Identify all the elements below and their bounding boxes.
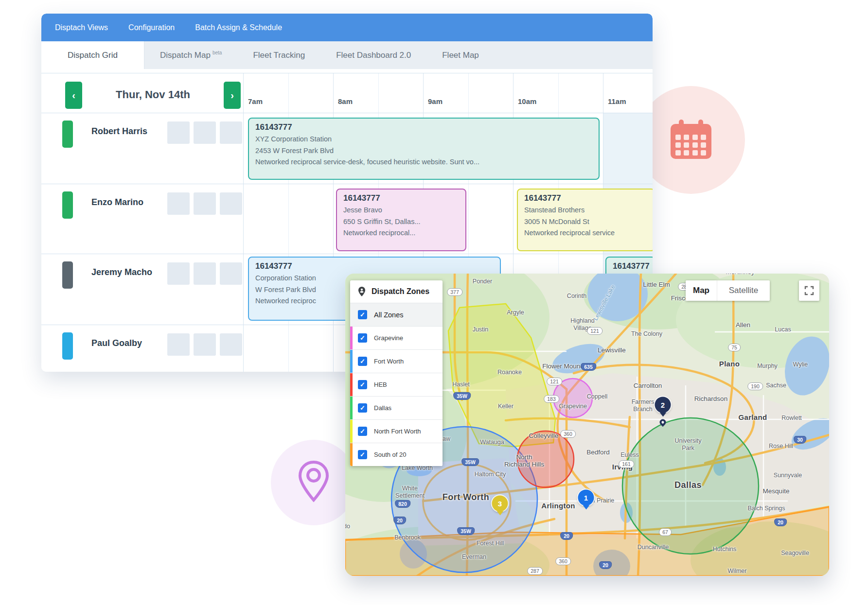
status-bar bbox=[62, 261, 73, 289]
prev-day-button[interactable]: ‹ bbox=[65, 82, 82, 109]
zone-checkbox[interactable] bbox=[358, 427, 367, 436]
menu-item-batch-assign-schedule[interactable]: Batch Assign & Schedule bbox=[195, 23, 282, 32]
route-shield-75: 75 bbox=[728, 344, 741, 351]
zone-label: South of 20 bbox=[374, 451, 407, 458]
zone-row-heb[interactable]: HEB bbox=[350, 373, 443, 396]
route-shield-20: 20 bbox=[560, 532, 573, 540]
zone-checkbox[interactable] bbox=[358, 403, 367, 413]
event-line: 2453 W Forest Park Blvd bbox=[255, 145, 592, 157]
zone-row-south-of-20[interactable]: South of 20 bbox=[350, 443, 443, 466]
next-day-button[interactable]: › bbox=[224, 82, 241, 109]
tab-fleet-map[interactable]: Fleet Map bbox=[426, 41, 495, 69]
menu-item-configuration[interactable]: Configuration bbox=[128, 23, 175, 32]
placeholder-box bbox=[167, 262, 190, 285]
map-marker-3[interactable]: 3 bbox=[492, 496, 508, 516]
person-pin-icon bbox=[357, 286, 367, 297]
zone-checkbox[interactable] bbox=[358, 380, 367, 389]
zone-label: Dallas bbox=[374, 404, 391, 412]
zone-checkbox[interactable] bbox=[358, 450, 367, 459]
event-line: 650 S Griffin St, Dallas... bbox=[343, 216, 459, 228]
date-label: Thur, Nov 14th bbox=[82, 88, 224, 101]
status-bar bbox=[62, 332, 73, 360]
tab-label: Fleet Map bbox=[442, 51, 479, 60]
placeholder-box bbox=[220, 333, 242, 356]
placeholder-box bbox=[220, 121, 242, 144]
driver-name: Paul Goalby bbox=[91, 338, 142, 348]
decor-purple-circle bbox=[271, 440, 356, 525]
dispatch-zones-panel: Dispatch Zones All ZonesGrapevineFort Wo… bbox=[350, 280, 443, 466]
event-id: 16143777 bbox=[524, 193, 648, 203]
zone-color-bar bbox=[350, 443, 353, 466]
route-shield-161: 161 bbox=[619, 460, 634, 468]
zone-label: HEB bbox=[374, 381, 387, 388]
tab-dispatch-grid[interactable]: Dispatch Grid bbox=[41, 41, 144, 69]
map-marker-1[interactable]: 1 bbox=[578, 490, 594, 510]
location-pin-icon bbox=[297, 459, 330, 504]
tab-label: Fleet Dashboard 2.0 bbox=[336, 51, 411, 60]
event-line: XYZ Corporation Station bbox=[255, 134, 592, 145]
zone-row-fort-worth[interactable]: Fort Worth bbox=[350, 349, 443, 373]
event-line: Networked reciprocal service-desk, focus… bbox=[255, 156, 592, 168]
route-shield-35w: 35W bbox=[461, 458, 479, 466]
event-card[interactable]: 16143777Jesse Bravo650 S Griffin St, Dal… bbox=[336, 189, 466, 251]
menu-item-disptach-views[interactable]: Disptach Views bbox=[55, 23, 108, 32]
tab-dispatch-map[interactable]: Dispatch Mapbeta bbox=[144, 41, 237, 69]
event-card[interactable]: 16143777XYZ Corporation Station2453 W Fo… bbox=[248, 118, 600, 180]
fullscreen-button[interactable] bbox=[799, 280, 819, 301]
route-shield-360: 360 bbox=[560, 430, 576, 438]
zone-label: Fort Worth bbox=[374, 358, 404, 365]
zone-checkbox[interactable] bbox=[358, 357, 367, 366]
route-shield-287: 287 bbox=[527, 567, 543, 575]
zone-color-bar bbox=[350, 327, 353, 349]
zone-row-dallas[interactable]: Dallas bbox=[350, 396, 443, 419]
route-shield-20: 20 bbox=[393, 517, 406, 524]
zone-label: North Fort Worth bbox=[374, 428, 421, 435]
time-label: 7am bbox=[248, 97, 263, 105]
time-label: 10am bbox=[518, 97, 536, 105]
event-line: 3005 N McDonald St bbox=[524, 216, 648, 228]
map-panel[interactable]: PonderCorinthLittle ElmFriscoMcKinneyArg… bbox=[345, 274, 829, 576]
event-line: Networked reciprocal... bbox=[343, 227, 459, 239]
route-shield-183: 183 bbox=[544, 395, 559, 403]
zone-checkbox[interactable] bbox=[358, 333, 367, 343]
status-bar bbox=[62, 191, 73, 219]
dispatch-zones-header: Dispatch Zones bbox=[350, 280, 443, 303]
satellite-view-button[interactable]: Satellite bbox=[717, 280, 770, 301]
event-id: 16143777 bbox=[343, 193, 459, 203]
row-divider bbox=[41, 254, 653, 254]
map-view-button[interactable]: Map bbox=[686, 280, 717, 301]
row-divider bbox=[41, 73, 653, 73]
small-pin-icon bbox=[658, 418, 667, 427]
route-shield-360: 360 bbox=[555, 557, 571, 565]
map-marker-2[interactable]: 2 bbox=[655, 397, 671, 426]
placeholder-box bbox=[220, 262, 242, 285]
tab-label: Dispatch Grid bbox=[68, 51, 118, 60]
placeholder-box bbox=[167, 333, 190, 356]
dispatch-zones-title: Dispatch Zones bbox=[372, 287, 429, 296]
row-divider bbox=[41, 113, 653, 113]
tab-label: Dispatch Map bbox=[160, 51, 211, 60]
route-shield-377: 377 bbox=[447, 288, 462, 296]
zone-color-bar bbox=[350, 397, 353, 419]
zone-row-north-fort-worth[interactable]: North Fort Worth bbox=[350, 419, 443, 443]
route-shield-820: 820 bbox=[395, 500, 410, 508]
route-shield-20: 20 bbox=[774, 519, 787, 526]
placeholder-box bbox=[167, 121, 190, 144]
marker-tail bbox=[659, 413, 666, 417]
zone-row-all-zones[interactable]: All Zones bbox=[350, 303, 443, 326]
placeholder-box bbox=[194, 333, 216, 356]
zone-row-grapevine[interactable]: Grapevine bbox=[350, 326, 443, 349]
zone-color-bar bbox=[350, 350, 353, 373]
marker-circle: 3 bbox=[492, 496, 508, 512]
map-type-control: Map Satellite bbox=[686, 280, 770, 301]
zone-checkbox[interactable] bbox=[358, 310, 367, 319]
row-divider bbox=[41, 184, 653, 184]
tab-fleet-dashboard-2-0[interactable]: Fleet Dashboard 2.0 bbox=[320, 41, 426, 69]
event-card[interactable]: 16143777Stanstead Brothers3005 N McDonal… bbox=[517, 189, 653, 251]
tab-fleet-tracking[interactable]: Fleet Tracking bbox=[237, 41, 320, 69]
tab-label: Fleet Tracking bbox=[253, 51, 305, 60]
event-line: Jesse Bravo bbox=[343, 205, 459, 216]
route-shield-35w: 35W bbox=[457, 527, 475, 535]
time-label: 11am bbox=[608, 97, 626, 105]
menubar: Disptach ViewsConfigurationBatch Assign … bbox=[41, 14, 653, 41]
